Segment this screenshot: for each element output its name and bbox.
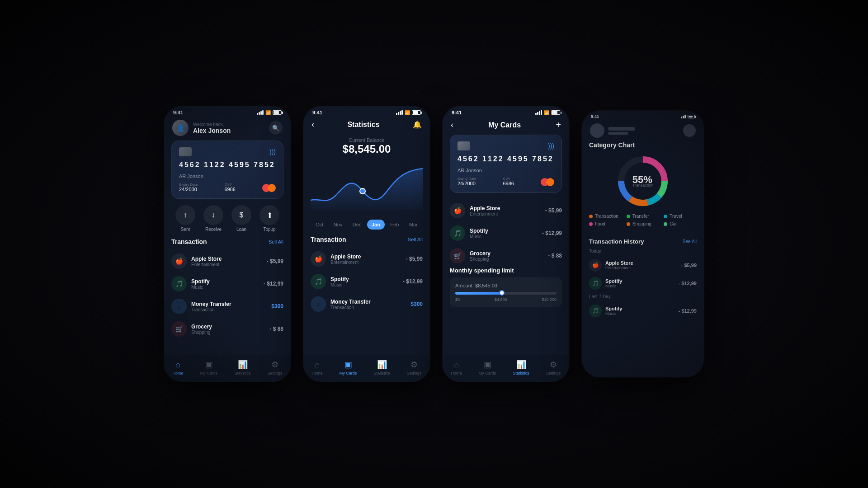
p4-user: [608, 127, 683, 135]
stats3-nav-icon: 📊: [516, 360, 526, 370]
status-bar-4: 9:41: [582, 111, 704, 121]
topup-button[interactable]: ⬆ Topup: [259, 205, 279, 232]
transfer-amount: $300: [271, 303, 283, 310]
spending-label: Amount: $8,545.00: [455, 283, 557, 288]
status-bar-1: 9:41 📶: [164, 106, 291, 117]
stats-spotify-icon: 🎵: [311, 274, 326, 289]
transaction-grocery: 🛒 Grocery Shopping - $ 88: [164, 318, 291, 340]
cards-nav-icon: ▣: [205, 360, 213, 370]
transfer-info: Money Transfer Transaction: [191, 301, 267, 312]
balance-section: Current Balance $8,545.00: [303, 134, 430, 162]
chart-container: [303, 162, 430, 220]
settings-nav-icon: ⚙: [271, 360, 278, 370]
receive-button[interactable]: ↓ Receive: [203, 205, 223, 232]
month-feb[interactable]: Feb: [386, 220, 403, 230]
nav2-mycards[interactable]: ▣ My Cards: [340, 360, 357, 375]
cvv-label: CVV: [224, 183, 235, 187]
bell-icon[interactable]: 🔔: [413, 120, 422, 129]
nav-mycards[interactable]: ▣ My Cards: [200, 360, 218, 375]
cards-nav-label: My Cards: [200, 371, 218, 375]
stats-transaction-header: Transaction Sell All: [303, 236, 430, 248]
progress-min: $0: [455, 297, 460, 302]
progress-fill: [455, 292, 502, 295]
loan-label: Loan: [236, 227, 246, 232]
wifi-icon-2: 📶: [405, 110, 410, 115]
month-jan[interactable]: Jan: [367, 220, 385, 230]
signal-icon-2: [396, 110, 403, 115]
grocery-amount: - $ 88: [269, 326, 283, 332]
expiry-value: 24/2000: [179, 187, 198, 192]
nav2-home[interactable]: ⌂ Home: [312, 360, 323, 375]
search-button[interactable]: 🔍: [269, 121, 283, 135]
history-apple: 🍎 Apple Store Entertainment - $5,99: [582, 256, 704, 274]
chart-dot: [360, 188, 365, 194]
cards-spotify-icon: 🎵: [450, 225, 465, 241]
wifi-icon-3: 📶: [544, 110, 549, 115]
mastercard-logo: [262, 184, 276, 192]
history-apple-icon: 🍎: [589, 259, 602, 272]
stats-transfer: ↓ Money TransferTransaction $300: [303, 293, 430, 315]
legend-car: Car: [664, 221, 697, 226]
stats-transfer-icon: ↓: [311, 296, 326, 312]
nav-home[interactable]: ⌂ Home: [173, 360, 184, 375]
history-spotify-icon: 🎵: [589, 277, 602, 290]
category-header: [582, 121, 704, 141]
legend-dot-travel: [664, 215, 667, 218]
add-card-button[interactable]: +: [556, 120, 561, 130]
legend-travel: Travel: [664, 214, 697, 219]
loan-button[interactable]: $ Loan: [231, 205, 251, 232]
nav-statistics[interactable]: 📊 Statistics: [235, 360, 251, 375]
battery-icon-3: [551, 110, 560, 115]
nav3-home[interactable]: ⌂ Home: [451, 360, 462, 375]
settings2-nav-label: Settings: [407, 371, 422, 375]
nav3-statistics[interactable]: 📊 Statistics: [513, 360, 529, 375]
avatar: 👤: [172, 120, 189, 136]
sell-all-link[interactable]: Sell All: [269, 239, 283, 244]
nav2-statistics[interactable]: 📊 Statistics: [374, 360, 390, 375]
month-nov[interactable]: Nov: [329, 220, 347, 230]
month-mar[interactable]: Mar: [405, 220, 422, 230]
see-all-link[interactable]: See All: [683, 239, 697, 244]
transaction-section-header: Transaction Sell All: [164, 238, 291, 250]
stats-apple-icon: 🍎: [311, 251, 326, 267]
credit-card: ))) 4562 1122 4595 7852 AR Jonson Expiry…: [171, 141, 283, 199]
spotify-sub: Music: [191, 285, 259, 290]
settings3-nav-label: Settings: [546, 371, 561, 375]
cards3-nav-icon: ▣: [484, 360, 491, 370]
stats-header: ‹ Statistics 🔔: [303, 117, 430, 134]
back-button[interactable]: ‹: [311, 120, 314, 129]
month-oct[interactable]: Oct: [311, 220, 328, 230]
progress-max: $10,000: [542, 297, 557, 302]
phone-statistics: 9:41 📶 ‹ Statistics 🔔 Current Balance $8…: [303, 106, 430, 382]
status-bar-2: 9:41 📶: [303, 106, 430, 117]
action-row: ↑ Sent ↓ Receive $ Loan ⬆ Topup: [164, 205, 291, 238]
stats-sell-all[interactable]: Sell All: [408, 237, 423, 242]
back-button-3[interactable]: ‹: [451, 120, 453, 130]
credit-card-3: ))) 4562 1122 4595 7852 AR Jonson Expiry…: [450, 135, 562, 193]
spotify-name: Spotify: [191, 278, 259, 285]
cards-apple-icon: 🍎: [450, 203, 465, 218]
home-header: 👤 Welcome back, Alex Jonson 🔍: [164, 117, 291, 141]
grocery-icon: 🛒: [171, 321, 187, 337]
donut-percent: 55%: [632, 175, 652, 185]
month-dec[interactable]: Dec: [348, 220, 366, 230]
nav2-settings[interactable]: ⚙ Settings: [407, 360, 422, 375]
transaction-spotify: 🎵 Spotify Music - $12,99: [164, 272, 291, 295]
cards2-nav-label: My Cards: [340, 371, 357, 375]
spending-section: Monthly spending limit Amount: $8,545.00…: [443, 267, 569, 313]
progress-labels: $0 $4,600 $10,000: [455, 297, 557, 302]
sent-button[interactable]: ↑ Sent: [175, 205, 195, 232]
nav-settings[interactable]: ⚙ Settings: [268, 360, 283, 375]
card-chip: [179, 147, 192, 156]
transfer-name: Money Transfer: [191, 301, 267, 307]
apple-icon: 🍎: [171, 253, 187, 269]
cards3-nav-label: My Cards: [479, 371, 496, 375]
nav3-settings[interactable]: ⚙ Settings: [546, 360, 561, 375]
category-title: Category Chart: [589, 141, 697, 149]
spotify-amount: - $12,99: [264, 281, 283, 287]
stats-nav-icon: 📊: [238, 360, 248, 370]
today-label: Today: [582, 249, 704, 253]
apple-info: Apple Store Entertainment: [191, 256, 262, 267]
nav3-mycards[interactable]: ▣ My Cards: [479, 360, 496, 375]
signal-icon: [257, 110, 264, 115]
